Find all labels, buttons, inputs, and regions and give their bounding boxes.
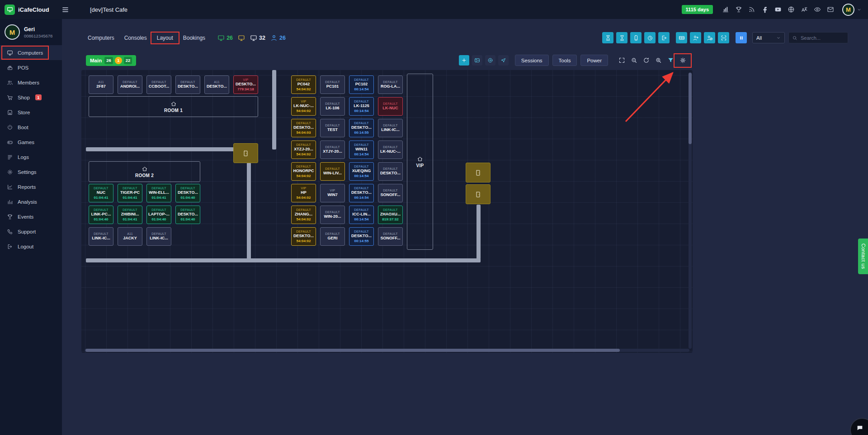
sidebar-item-events[interactable]: Events	[0, 209, 62, 224]
sidebar-item-members[interactable]: Members	[0, 75, 62, 90]
power-button[interactable]: Power	[580, 55, 608, 66]
tab-layout[interactable]: Layout	[152, 33, 178, 43]
computer-tile[interactable]: VIPHP54:04:02	[291, 184, 316, 202]
computer-tile[interactable]: DEFAULTROG-LA...	[378, 75, 403, 94]
sidebar-item-reports[interactable]: Reports	[0, 179, 62, 194]
sidebar-item-logout[interactable]: Logout	[0, 239, 62, 254]
computer-tile[interactable]: DEFAULTWIN-20...	[320, 206, 345, 224]
computer-tile[interactable]: DEFAULTLK-112500:14:54	[349, 97, 374, 116]
computer-tile[interactable]: DEFAULTWIN-LIV...	[320, 162, 345, 181]
computer-tile[interactable]: A112F87	[89, 75, 113, 94]
zoom-out-button[interactable]	[628, 55, 639, 66]
facebook-button[interactable]	[761, 6, 769, 13]
cash-button[interactable]	[676, 32, 687, 43]
sidebar-item-settings[interactable]: Settings	[0, 164, 62, 179]
computer-tile[interactable]: DEFAULTLINK-PC...01:04:40	[89, 206, 113, 224]
door-tile[interactable]	[466, 163, 491, 182]
tools-button[interactable]: Tools	[552, 55, 577, 66]
computer-tile[interactable]: DEFAULTDESKTO...01:04:40	[175, 184, 200, 202]
computer-tile[interactable]: VIPDESKTO...779:34:18	[233, 75, 258, 94]
zoom-in-button[interactable]	[653, 55, 664, 66]
tab-consoles[interactable]: Consoles	[119, 33, 152, 43]
computer-tile[interactable]: DEFAULTLAPTOP-...01:04:40	[146, 206, 171, 224]
computer-tile[interactable]: DEFAULTPC10200:14:54	[349, 75, 374, 94]
computer-tile[interactable]: DEFAULTXUEQING00:14:54	[349, 162, 374, 181]
mail-button[interactable]	[827, 6, 834, 13]
computer-tile[interactable]: DEFAULTDESKTO...00:14:55	[349, 227, 374, 246]
gear-button[interactable]	[677, 55, 688, 66]
door-tile[interactable]	[466, 184, 491, 204]
sidebar-toggle-button[interactable]	[61, 6, 69, 14]
sidebar-item-computers[interactable]: Computers	[0, 45, 62, 60]
map-horizontal-scrollbar-thumb[interactable]	[85, 349, 620, 352]
computer-tile[interactable]: DEFAULTTIGER-PC01:04:41	[118, 184, 142, 202]
computer-tile[interactable]: DEFAULTDESKTO...00:14:54	[349, 184, 374, 202]
mobile-button[interactable]	[630, 32, 642, 43]
expand-button[interactable]	[616, 55, 627, 66]
hourglass-start-button[interactable]	[602, 32, 613, 43]
translate-button[interactable]	[801, 6, 808, 13]
contact-us-tab[interactable]: Contact us	[858, 239, 868, 274]
computer-tile[interactable]: DEFAULTDESKTO...	[378, 162, 403, 181]
filter-select[interactable]: All	[752, 32, 785, 43]
sidebar-item-support[interactable]: Support	[0, 224, 62, 239]
computer-tile[interactable]: DEFAULTLINK-IC...	[146, 227, 171, 246]
computer-tile[interactable]: DEFAULTSONOFF...	[378, 227, 403, 246]
sidebar-item-shop[interactable]: Shop1	[0, 90, 62, 105]
refresh-button[interactable]	[641, 55, 651, 66]
computer-tile[interactable]: DEFAULTLK-NUC-...	[378, 140, 403, 159]
sidebar-item-games[interactable]: Games	[0, 135, 62, 150]
computer-tile[interactable]: DEFAULTGERI	[320, 227, 345, 246]
sidebar-item-analysis[interactable]: Analysis	[0, 194, 62, 209]
tab-bookings[interactable]: Bookings	[178, 33, 210, 43]
computer-tile[interactable]: DEFAULTDESKTO...54:04:03	[291, 119, 316, 137]
computer-tile[interactable]: DEFAULTDESKTO...01:04:40	[175, 206, 200, 224]
pause-button[interactable]	[736, 32, 747, 43]
sidebar-item-logs[interactable]: Logs	[0, 150, 62, 164]
computer-tile[interactable]: DEFAULTLINK-IC...	[89, 227, 113, 246]
disc-button[interactable]	[485, 55, 495, 65]
computer-tile[interactable]: DEFAULTTEST	[320, 119, 345, 137]
computer-tile[interactable]: VIPLK-NUC-...54:04:02	[291, 97, 316, 116]
computer-tile[interactable]: DEFAULTDESKTO...	[175, 75, 200, 94]
app-logo[interactable]: iCafeCloud	[0, 5, 55, 15]
user-clock-button[interactable]	[704, 32, 715, 43]
sign-out-button[interactable]	[658, 32, 670, 43]
computer-tile[interactable]: VIPWIN7	[320, 184, 345, 202]
computer-tile[interactable]: DEFAULTHONORPC54:04:02	[291, 162, 316, 181]
computer-tile[interactable]: DEFAULTPC101	[320, 75, 345, 94]
sidebar-item-store[interactable]: Store	[0, 105, 62, 120]
funnel-button[interactable]	[665, 55, 676, 66]
add-button[interactable]	[459, 55, 469, 65]
user-menu-button[interactable]: M	[842, 4, 862, 16]
computer-tile[interactable]: DEFAULTXTZJ-20...54:04:02	[291, 140, 316, 159]
sidebar-item-pos[interactable]: POS	[0, 60, 62, 75]
computer-tile[interactable]: DEFAULTLK-106	[320, 97, 345, 116]
computer-tile[interactable]: DEFAULTWIN1100:14:54	[349, 140, 374, 159]
computer-tile[interactable]: DEFAULTNUC01:04:41	[89, 184, 113, 202]
globe-button[interactable]	[788, 6, 795, 13]
youtube-button[interactable]	[774, 6, 782, 13]
sidebar-item-boot[interactable]: Boot	[0, 120, 62, 135]
computer-tile[interactable]: DEFAULTICC-LIN...00:14:54	[349, 206, 374, 224]
trophy-button[interactable]	[735, 6, 742, 13]
computer-tile[interactable]: DEFAULTANDROI...	[118, 75, 142, 94]
computer-tile[interactable]: DEFAULTCCBOOT...	[146, 75, 171, 94]
computer-tile[interactable]: DEFAULTPC04254:04:02	[291, 75, 316, 94]
search-input[interactable]	[788, 32, 848, 43]
computer-tile[interactable]: DEFAULTDESKTO...54:04:02	[291, 227, 316, 246]
computer-tile[interactable]: DEFAULTZHANG...54:04:02	[291, 206, 316, 224]
sessions-button[interactable]: Sessions	[515, 55, 549, 66]
computer-tile[interactable]: DEFAULTLINK-IC...	[378, 119, 403, 137]
computer-tile[interactable]: DEFAULTXTJY-20...	[320, 140, 345, 159]
clock-button[interactable]	[644, 32, 656, 43]
tab-computers[interactable]: Computers	[83, 33, 119, 43]
eye-button[interactable]	[814, 6, 821, 13]
map-vertical-scrollbar-thumb[interactable]	[689, 73, 692, 144]
computer-tile[interactable]: DEFAULTDESKTO...00:14:55	[349, 119, 374, 137]
computer-tile[interactable]: A11JACKY	[118, 227, 142, 246]
computer-tile[interactable]: DEFAULTSONOFF...	[378, 184, 403, 202]
computer-tile[interactable]: A11DESKTO...	[204, 75, 229, 94]
computer-tile[interactable]: DEFAULTLK-NUC	[378, 97, 403, 116]
computer-tile[interactable]: DEFAULTZHAOXU...819:37:32	[378, 206, 403, 224]
